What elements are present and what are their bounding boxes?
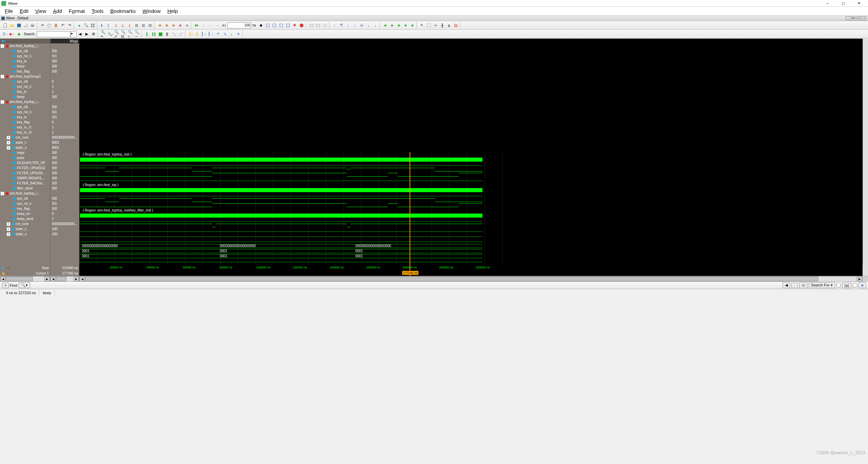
find-icon[interactable]: 🔍 bbox=[83, 22, 89, 28]
signal-row[interactable]: -sim:/test_top/top_i... bbox=[0, 191, 50, 196]
signal-row[interactable]: -sim:/test_top/top_i... bbox=[0, 43, 50, 48]
copy-icon[interactable] bbox=[46, 22, 52, 28]
zoom-fit-icon[interactable]: 🔍⊡ bbox=[121, 31, 127, 37]
find-whole-icon[interactable]: ◈ bbox=[859, 282, 866, 288]
stop-icon[interactable]: ⬤ bbox=[298, 22, 305, 28]
paste-icon[interactable] bbox=[53, 22, 59, 28]
mode-multi-icon[interactable] bbox=[151, 31, 157, 37]
wave-edge3-icon[interactable]: ⫿ bbox=[127, 22, 133, 28]
menu-tools[interactable]: Tools bbox=[88, 7, 107, 15]
undo-icon[interactable]: ↶ bbox=[60, 22, 66, 28]
signal-row[interactable]: +state_c bbox=[0, 140, 50, 145]
sim2-icon[interactable] bbox=[315, 22, 321, 28]
signal-row[interactable]: +cnt_core bbox=[0, 221, 50, 226]
wave-edge2-icon[interactable]: ⫿ bbox=[120, 22, 126, 28]
mode-all-icon[interactable] bbox=[158, 31, 164, 37]
run-left-icon[interactable]: ← bbox=[207, 22, 213, 28]
menu-file[interactable]: File bbox=[1, 7, 16, 15]
zoom-in-icon[interactable]: 🔍+ bbox=[100, 31, 106, 37]
find-dropdown-icon[interactable]: 🔍▾ bbox=[19, 282, 30, 288]
search-for-dropdown[interactable]: Search For ▾ bbox=[809, 282, 835, 288]
vertical-scrollbar[interactable] bbox=[863, 39, 868, 265]
group3-icon[interactable]: ▦ bbox=[147, 22, 153, 28]
signal-row[interactable]: beep bbox=[0, 94, 50, 99]
signal-row[interactable]: pose bbox=[0, 155, 50, 160]
zoom-drag-icon[interactable] bbox=[433, 22, 439, 28]
dock-close-button[interactable]: × bbox=[862, 16, 867, 20]
zoom-out-icon[interactable]: 🔍- bbox=[107, 31, 113, 37]
time-ruler[interactable]: 20000 ns40000 ns60000 ns80000 ns100000 n… bbox=[79, 265, 863, 276]
edge-fall-icon[interactable] bbox=[171, 31, 177, 37]
exit-icon[interactable]: ⏻ bbox=[453, 22, 459, 28]
hier1-icon[interactable]: ╫ bbox=[439, 22, 446, 28]
findbar-close-button[interactable]: × bbox=[2, 283, 9, 288]
signal-row[interactable]: +state_c bbox=[0, 226, 50, 231]
signal-row[interactable]: FILTER_UPtoSA... bbox=[0, 170, 50, 176]
wave-edge1-icon[interactable]: ⫿ bbox=[113, 22, 119, 28]
cur-next-icon[interactable]: ┃→ bbox=[208, 31, 214, 37]
signal-row[interactable]: filter_done bbox=[0, 186, 50, 191]
step1-icon[interactable] bbox=[265, 22, 271, 28]
waveform-canvas[interactable] bbox=[79, 39, 863, 152]
print-icon[interactable] bbox=[29, 22, 36, 28]
edge-any-icon[interactable]: ↕ bbox=[228, 31, 234, 37]
search-dropdown[interactable]: ▾ bbox=[70, 31, 77, 37]
db3-icon[interactable]: ◈ bbox=[170, 22, 177, 28]
cursor-line[interactable] bbox=[410, 152, 410, 265]
signal-row[interactable]: sys_rst_n bbox=[0, 84, 50, 89]
signal-list[interactable]: -sim:/test_top/top_i...sys_clksys_rst_nk… bbox=[0, 43, 50, 265]
signal-row[interactable]: key_flag bbox=[0, 69, 50, 74]
search-opt-icon[interactable]: ⚙ bbox=[90, 31, 97, 37]
edge-prev-icon[interactable]: ↱ bbox=[215, 31, 221, 37]
signal-row[interactable]: sys_clk bbox=[0, 104, 50, 109]
signal-row[interactable]: -sim:/test_top/Group1 bbox=[0, 74, 50, 79]
edge-rise-icon[interactable] bbox=[178, 31, 184, 37]
hier2-icon[interactable]: ⫼ bbox=[446, 22, 452, 28]
dn1-icon[interactable]: ↓ bbox=[352, 22, 358, 28]
find-mark-icon[interactable]: ▭ bbox=[799, 282, 807, 288]
fmt5-icon[interactable]: ◈ bbox=[409, 22, 415, 28]
db5-icon[interactable]: ◈ bbox=[184, 22, 190, 28]
zoom-area-icon[interactable] bbox=[426, 22, 432, 28]
zoom-cursor-icon[interactable]: 🔍↕ bbox=[127, 31, 133, 37]
fmt1-icon[interactable]: ◈ bbox=[382, 22, 388, 28]
signal-row[interactable]: beep_en bbox=[0, 211, 50, 216]
run-right-icon[interactable]: → bbox=[214, 22, 220, 28]
signal-row[interactable]: SAMPLINGtoFIL... bbox=[0, 176, 50, 181]
db1-icon[interactable]: ◈ bbox=[157, 22, 163, 28]
edge-mark-icon[interactable]: ✶ bbox=[235, 31, 241, 37]
tile-icon[interactable] bbox=[90, 22, 96, 28]
search-prev-icon[interactable]: ◀ bbox=[77, 31, 83, 37]
cut-icon[interactable]: ✂ bbox=[39, 22, 45, 28]
signal-row[interactable]: beep bbox=[0, 64, 50, 69]
group2-icon[interactable]: ▦ bbox=[140, 22, 146, 28]
dn2-icon[interactable]: ⇊ bbox=[359, 22, 365, 28]
cur-prev-icon[interactable]: ┃← bbox=[201, 31, 207, 37]
msg-hscroll[interactable]: ◀▶ bbox=[50, 276, 79, 282]
signal-row[interactable]: sys_rst_n bbox=[0, 109, 50, 115]
step2-icon[interactable] bbox=[271, 22, 277, 28]
dn3-icon[interactable]: ↓ bbox=[366, 22, 372, 28]
find-nav-prev-icon[interactable]: ◀ bbox=[783, 282, 790, 288]
minimize-button[interactable]: ─ bbox=[820, 0, 835, 6]
wave-hscroll[interactable]: ◀▶ bbox=[79, 276, 863, 282]
spin-icon[interactable]: ◆ bbox=[258, 22, 264, 28]
sig-hscroll[interactable]: ◀▶ bbox=[0, 276, 50, 282]
signal-row[interactable]: +state_n bbox=[0, 231, 50, 237]
mode-single-icon[interactable] bbox=[144, 31, 150, 37]
signal-row[interactable]: beep_work bbox=[0, 216, 50, 221]
menu-view[interactable]: View bbox=[32, 7, 49, 15]
signal-row[interactable]: sys_rst_n bbox=[0, 54, 50, 59]
select-all-icon[interactable]: ● bbox=[76, 22, 82, 28]
group1-icon[interactable]: ▦ bbox=[133, 22, 140, 28]
signal-row[interactable]: key_in bbox=[0, 59, 50, 64]
signal-row[interactable]: FILTER_BACKto... bbox=[0, 181, 50, 186]
dock-maximize-button[interactable]: ▭ bbox=[856, 16, 861, 20]
up1-icon[interactable]: ↑ bbox=[332, 22, 338, 28]
find-case-checkbox[interactable] bbox=[836, 283, 841, 287]
sim1-icon[interactable] bbox=[308, 22, 314, 28]
add-wave-icon[interactable]: Ӡ← bbox=[2, 31, 8, 37]
add-list-icon[interactable]: ◆← bbox=[9, 31, 15, 37]
step3-icon[interactable] bbox=[278, 22, 284, 28]
run-for-icon[interactable] bbox=[221, 22, 227, 28]
